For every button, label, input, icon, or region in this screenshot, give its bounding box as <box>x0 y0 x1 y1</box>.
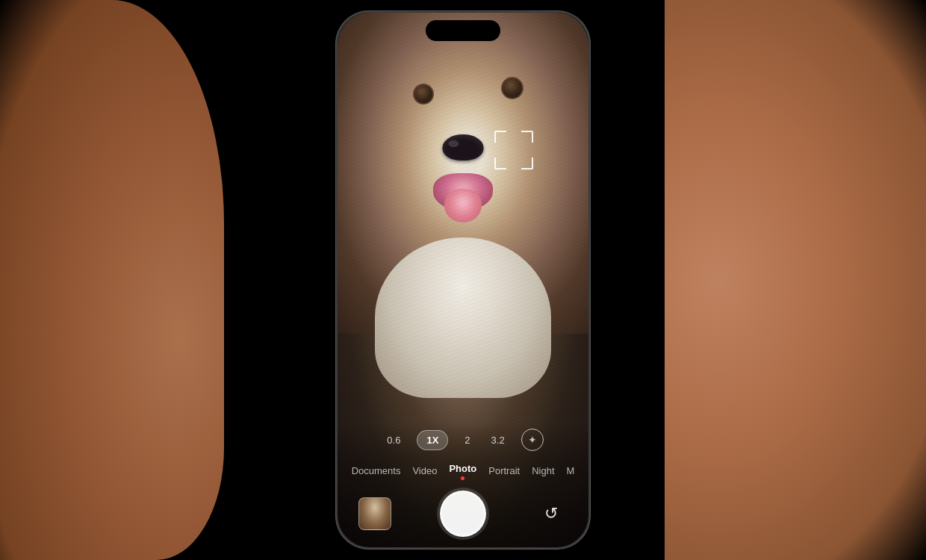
flip-camera-icon: ↺ <box>544 504 558 523</box>
bracket-corner-bl <box>494 158 506 169</box>
zoom-3.2-button[interactable]: 3.2 <box>487 432 509 449</box>
hand-right <box>665 0 926 560</box>
phone-frame: 0.6 1X 2 3.2 ✦ Documents Video Photo <box>336 11 590 549</box>
phone-screen: 0.6 1X 2 3.2 ✦ Documents Video Photo <box>338 13 588 547</box>
shutter-row: ↺ <box>338 486 588 538</box>
mode-more[interactable]: M <box>567 465 575 476</box>
mode-documents[interactable]: Documents <box>352 465 401 476</box>
mode-night[interactable]: Night <box>532 465 554 476</box>
bracket-corner-br <box>521 158 533 169</box>
zoom-0.6-button[interactable]: 0.6 <box>382 432 405 449</box>
focus-bracket <box>494 131 533 169</box>
shutter-button[interactable] <box>440 491 486 537</box>
scene: 0.6 1X 2 3.2 ✦ Documents Video Photo <box>0 0 926 560</box>
zoom-2-button[interactable]: 2 <box>460 432 474 449</box>
zoom-more-button[interactable]: ✦ <box>521 429 544 451</box>
hand-left <box>0 0 224 560</box>
flip-camera-button[interactable]: ↺ <box>535 497 568 530</box>
mode-photo[interactable]: Photo <box>449 463 476 474</box>
bracket-corner-tr <box>521 131 533 143</box>
zoom-1x-button[interactable]: 1X <box>417 430 448 450</box>
mode-video[interactable]: Video <box>412 465 437 476</box>
star-icon: ✦ <box>528 434 537 446</box>
mode-portrait[interactable]: Portrait <box>488 465 520 476</box>
camera-mode-selector: Documents Video Photo Portrait Night M <box>338 458 588 486</box>
bracket-corner-tl <box>494 131 506 143</box>
zoom-controls: 0.6 1X 2 3.2 ✦ <box>338 423 588 458</box>
dynamic-island <box>426 20 500 41</box>
gallery-thumbnail[interactable] <box>358 497 391 530</box>
mode-photo-container: Photo <box>449 461 476 480</box>
active-mode-dot <box>461 476 464 480</box>
camera-ui-overlay: 0.6 1X 2 3.2 ✦ Documents Video Photo <box>338 423 588 547</box>
